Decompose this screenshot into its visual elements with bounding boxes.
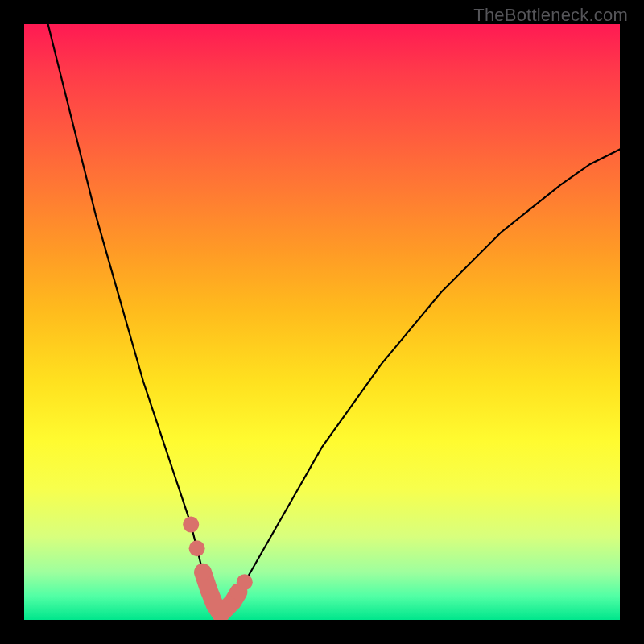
watermark-text: TheBottleneck.com: [473, 5, 628, 26]
pink-dot-left: [189, 540, 205, 556]
curves-svg: [24, 24, 620, 620]
pink-dot-right: [237, 574, 253, 590]
chart-frame: TheBottleneck.com: [0, 0, 644, 644]
pink-highlight: [183, 517, 253, 614]
plot-area: [24, 24, 620, 620]
right-curve: [221, 149, 620, 613]
pink-dot-left: [195, 564, 211, 580]
pink-dot-left: [183, 517, 199, 533]
